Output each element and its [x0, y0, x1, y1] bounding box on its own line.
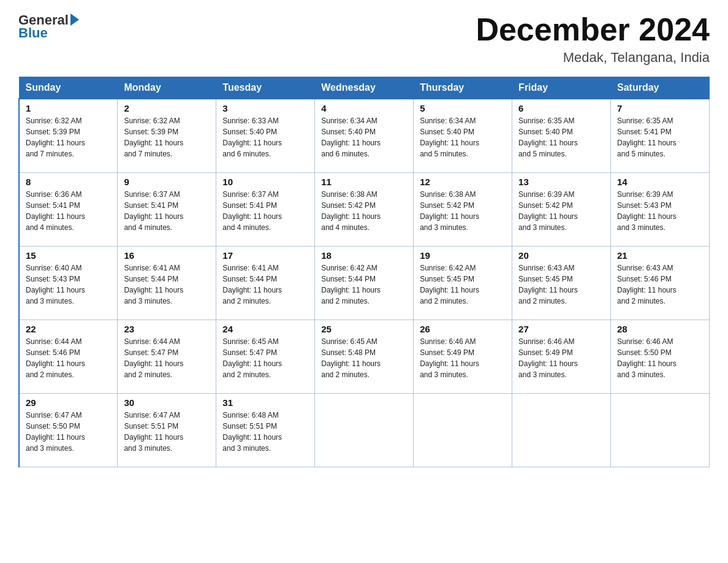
logo: General Blue [18, 12, 79, 41]
calendar-cell: 18Sunrise: 6:42 AMSunset: 5:44 PMDayligh… [315, 246, 414, 320]
day-number: 4 [321, 103, 407, 113]
calendar-cell: 28Sunrise: 6:46 AMSunset: 5:50 PMDayligh… [611, 320, 710, 393]
calendar-cell: 8Sunrise: 6:36 AMSunset: 5:41 PMDaylight… [19, 172, 118, 246]
calendar-cell: 10Sunrise: 6:37 AMSunset: 5:41 PMDayligh… [216, 172, 315, 246]
day-info: Sunrise: 6:41 AMSunset: 5:44 PMDaylight:… [222, 262, 308, 307]
day-header-thursday: Thursday [414, 77, 512, 99]
day-number: 9 [124, 177, 210, 187]
calendar-cell: 24Sunrise: 6:45 AMSunset: 5:47 PMDayligh… [216, 320, 315, 393]
days-of-week-row: SundayMondayTuesdayWednesdayThursdayFrid… [19, 77, 710, 99]
day-number: 14 [617, 177, 703, 187]
day-number: 12 [420, 177, 506, 187]
logo-blue-text: Blue [18, 25, 48, 41]
day-info: Sunrise: 6:46 AMSunset: 5:49 PMDaylight:… [518, 336, 604, 380]
day-number: 20 [518, 250, 604, 261]
day-info: Sunrise: 6:35 AMSunset: 5:40 PMDaylight:… [518, 115, 604, 159]
day-info: Sunrise: 6:42 AMSunset: 5:45 PMDaylight:… [420, 262, 506, 307]
day-number: 11 [321, 177, 407, 187]
calendar-week-row: 29Sunrise: 6:47 AMSunset: 5:50 PMDayligh… [19, 393, 710, 467]
day-info: Sunrise: 6:38 AMSunset: 5:42 PMDaylight:… [420, 189, 506, 233]
calendar-cell: 15Sunrise: 6:40 AMSunset: 5:43 PMDayligh… [19, 246, 118, 320]
day-info: Sunrise: 6:32 AMSunset: 5:39 PMDaylight:… [26, 115, 111, 159]
calendar-header: SundayMondayTuesdayWednesdayThursdayFrid… [19, 77, 710, 99]
calendar-cell: 11Sunrise: 6:38 AMSunset: 5:42 PMDayligh… [315, 172, 414, 246]
day-info: Sunrise: 6:37 AMSunset: 5:41 PMDaylight:… [124, 189, 210, 233]
day-info: Sunrise: 6:42 AMSunset: 5:44 PMDaylight:… [321, 262, 407, 307]
day-header-wednesday: Wednesday [315, 77, 414, 99]
calendar-cell: 25Sunrise: 6:45 AMSunset: 5:48 PMDayligh… [315, 320, 414, 393]
day-info: Sunrise: 6:47 AMSunset: 5:51 PMDaylight:… [124, 410, 210, 454]
calendar-cell: 13Sunrise: 6:39 AMSunset: 5:42 PMDayligh… [512, 172, 611, 246]
day-header-sunday: Sunday [19, 77, 118, 99]
day-number: 31 [222, 397, 308, 408]
day-number: 5 [420, 103, 506, 113]
day-header-saturday: Saturday [611, 77, 710, 99]
day-number: 1 [26, 103, 111, 113]
day-info: Sunrise: 6:39 AMSunset: 5:42 PMDaylight:… [518, 189, 604, 233]
day-info: Sunrise: 6:32 AMSunset: 5:39 PMDaylight:… [124, 115, 210, 159]
calendar-cell: 4Sunrise: 6:34 AMSunset: 5:40 PMDaylight… [315, 99, 414, 172]
calendar-week-row: 15Sunrise: 6:40 AMSunset: 5:43 PMDayligh… [19, 246, 710, 320]
calendar-cell: 3Sunrise: 6:33 AMSunset: 5:40 PMDaylight… [216, 99, 315, 172]
day-info: Sunrise: 6:36 AMSunset: 5:41 PMDaylight:… [26, 189, 111, 233]
day-header-tuesday: Tuesday [216, 77, 315, 99]
day-number: 27 [518, 324, 604, 334]
day-number: 8 [26, 177, 111, 187]
day-number: 16 [124, 250, 210, 261]
day-number: 2 [124, 103, 210, 113]
day-info: Sunrise: 6:48 AMSunset: 5:51 PMDaylight:… [222, 410, 308, 454]
day-number: 13 [518, 177, 604, 187]
day-info: Sunrise: 6:44 AMSunset: 5:46 PMDaylight:… [26, 336, 111, 380]
calendar-cell [611, 393, 710, 467]
calendar-cell: 19Sunrise: 6:42 AMSunset: 5:45 PMDayligh… [414, 246, 512, 320]
page-header: General Blue December 2024 Medak, Telang… [18, 12, 710, 66]
day-number: 21 [617, 250, 703, 261]
day-number: 15 [26, 250, 111, 261]
day-header-friday: Friday [512, 77, 611, 99]
calendar-cell: 5Sunrise: 6:34 AMSunset: 5:40 PMDaylight… [414, 99, 512, 172]
day-info: Sunrise: 6:46 AMSunset: 5:49 PMDaylight:… [420, 336, 506, 380]
day-number: 17 [222, 250, 308, 261]
day-info: Sunrise: 6:41 AMSunset: 5:44 PMDaylight:… [124, 262, 210, 307]
day-number: 26 [420, 324, 506, 334]
day-info: Sunrise: 6:45 AMSunset: 5:47 PMDaylight:… [222, 336, 308, 380]
calendar-week-row: 8Sunrise: 6:36 AMSunset: 5:41 PMDaylight… [19, 172, 710, 246]
calendar-title: December 2024 [476, 12, 710, 47]
calendar-cell: 23Sunrise: 6:44 AMSunset: 5:47 PMDayligh… [118, 320, 216, 393]
day-number: 6 [518, 103, 604, 113]
calendar-week-row: 1Sunrise: 6:32 AMSunset: 5:39 PMDaylight… [19, 99, 710, 172]
day-number: 28 [617, 324, 703, 334]
calendar-cell: 12Sunrise: 6:38 AMSunset: 5:42 PMDayligh… [414, 172, 512, 246]
day-info: Sunrise: 6:34 AMSunset: 5:40 PMDaylight:… [321, 115, 407, 159]
calendar-cell: 9Sunrise: 6:37 AMSunset: 5:41 PMDaylight… [118, 172, 216, 246]
logo-triangle-icon [70, 13, 79, 26]
day-info: Sunrise: 6:39 AMSunset: 5:43 PMDaylight:… [617, 189, 703, 233]
day-info: Sunrise: 6:37 AMSunset: 5:41 PMDaylight:… [222, 189, 308, 233]
calendar-cell: 27Sunrise: 6:46 AMSunset: 5:49 PMDayligh… [512, 320, 611, 393]
calendar-cell: 29Sunrise: 6:47 AMSunset: 5:50 PMDayligh… [19, 393, 118, 467]
calendar-cell: 14Sunrise: 6:39 AMSunset: 5:43 PMDayligh… [611, 172, 710, 246]
day-number: 18 [321, 250, 407, 261]
calendar-cell [315, 393, 414, 467]
day-number: 3 [222, 103, 308, 113]
day-info: Sunrise: 6:33 AMSunset: 5:40 PMDaylight:… [222, 115, 308, 159]
day-number: 7 [617, 103, 703, 113]
calendar-cell: 7Sunrise: 6:35 AMSunset: 5:41 PMDaylight… [611, 99, 710, 172]
day-info: Sunrise: 6:44 AMSunset: 5:47 PMDaylight:… [124, 336, 210, 380]
calendar-cell: 22Sunrise: 6:44 AMSunset: 5:46 PMDayligh… [19, 320, 118, 393]
calendar-cell: 26Sunrise: 6:46 AMSunset: 5:49 PMDayligh… [414, 320, 512, 393]
day-info: Sunrise: 6:38 AMSunset: 5:42 PMDaylight:… [321, 189, 407, 233]
day-info: Sunrise: 6:45 AMSunset: 5:48 PMDaylight:… [321, 336, 407, 380]
day-info: Sunrise: 6:47 AMSunset: 5:50 PMDaylight:… [26, 410, 111, 454]
calendar-cell: 6Sunrise: 6:35 AMSunset: 5:40 PMDaylight… [512, 99, 611, 172]
day-number: 29 [26, 397, 111, 408]
day-number: 10 [222, 177, 308, 187]
title-block: December 2024 Medak, Telangana, India [476, 12, 710, 66]
calendar-table: SundayMondayTuesdayWednesdayThursdayFrid… [18, 77, 710, 467]
calendar-body: 1Sunrise: 6:32 AMSunset: 5:39 PMDaylight… [19, 99, 710, 467]
calendar-cell: 17Sunrise: 6:41 AMSunset: 5:44 PMDayligh… [216, 246, 315, 320]
day-number: 25 [321, 324, 407, 334]
day-number: 22 [26, 324, 111, 334]
calendar-week-row: 22Sunrise: 6:44 AMSunset: 5:46 PMDayligh… [19, 320, 710, 393]
day-info: Sunrise: 6:40 AMSunset: 5:43 PMDaylight:… [26, 262, 111, 307]
